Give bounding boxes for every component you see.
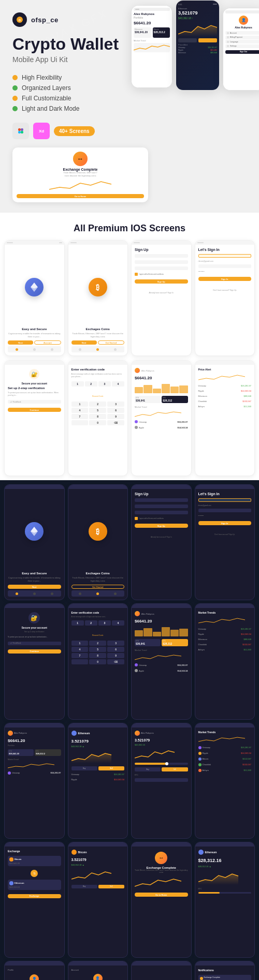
dark-eth-detail-chart (198, 870, 252, 885)
dark-screen-secure: 🔐 Secure your account Set up 2-step veri… (5, 608, 64, 719)
tab-bar-2 (71, 346, 125, 352)
dark-pass-hint: •••••••••• (198, 515, 252, 517)
dark-screen-verify: Enter verification code A text message w… (68, 608, 128, 719)
screen-status-bar (5, 241, 64, 245)
dark-go-home-btn[interactable]: Go to Home (135, 893, 188, 897)
terms-label: I agree with all terms and conditions (139, 273, 188, 275)
screen-content-market: Price Alert Uniswap $16,281.97 Ripple $1… (195, 365, 255, 476)
dark-row-3: Alex Rubynos $6641.20 Portfolio ETH $36,… (4, 723, 255, 839)
screen-easy-secure-dark: Easy and Secure Cryptocurrency enable th… (4, 484, 65, 600)
signup-btn[interactable]: Sign Up (135, 279, 188, 284)
btc-coin: ₿ (71, 248, 125, 326)
screen-signup-dark: Sign Up I agree with all terms and condi… (131, 484, 192, 600)
trend-chart (135, 410, 188, 419)
dark-notifications: Notifications Exchange Complete 2 hours … (195, 966, 255, 980)
dark-eth-screen: Ethereum 3.521079 $43,362.18 ▲ (68, 727, 128, 838)
dark-status-16 (195, 842, 255, 847)
dark-terms: I agree with all terms and conditions (139, 517, 188, 519)
welcome-label: Alex Rubynos (141, 369, 154, 372)
light-screens-grid-row1: Easy and Secure Cryptocurrency enable th… (0, 240, 259, 360)
dark-main-balance: $6641.20 (8, 738, 61, 743)
xd-badge: Xd (33, 123, 50, 139)
tab-bar (8, 346, 61, 352)
uniswap-price: Uniswap $16,281.97 (198, 384, 252, 387)
exchange-complete-card: ↔ Exchange Complete Trade Bitcoin, Ether… (12, 147, 148, 202)
tool-badges: Xd 40+ Screens (12, 123, 247, 139)
screen-content-signup: Sign Up I agree with all terms and condi… (132, 245, 191, 355)
checkbox[interactable] (135, 273, 138, 276)
dark-trend-chart (135, 654, 188, 662)
dark-exchange-icon: ↔ (155, 852, 167, 864)
eth-coin (8, 248, 61, 326)
dark-from-coin: Bitcoin $16,641.20 (8, 856, 61, 866)
eth-price-chart (198, 374, 252, 382)
dark-exchange-btn[interactable]: Exchange (8, 894, 61, 898)
account-btn[interactable]: Account (34, 340, 61, 345)
dark-checkbox[interactable] (135, 517, 138, 520)
status-bar-7 (132, 361, 191, 365)
dark-next-btn[interactable]: Next (8, 585, 61, 589)
dark-pass-field[interactable] (135, 511, 188, 514)
getstarted-btn[interactable]: Get Started (98, 340, 124, 345)
verify-title: Enter verification code (71, 368, 125, 371)
verify-continue-btn[interactable]: Continue (8, 408, 61, 412)
dark-row-2: 🔐 Secure your account Set up 2-step veri… (4, 603, 255, 719)
dark-status-14 (68, 842, 128, 847)
signin-btn[interactable]: Sign In (198, 277, 252, 281)
dark-status-15 (132, 842, 191, 847)
dark-slider[interactable] (135, 763, 188, 765)
screen-exchanges-coins-light: ₿ Exchages Coins Trade Bitcoin, Ethereum… (68, 240, 128, 356)
dark-achym-price: Achym $11,340 (198, 648, 252, 651)
eth-price-row: Ethereum $89,648 (198, 395, 252, 397)
resend-code[interactable]: Resend Code (92, 395, 103, 397)
dark-row-4: Exchange Bitcoin $16,641.20 ⇅ Ethereum $… (4, 842, 255, 958)
dark-eth-chart (71, 750, 125, 763)
swap-icon[interactable]: ⇅ (31, 870, 38, 877)
screen-signin-dark: Let's Sign In rfernin@gmail.com ••••••••… (195, 484, 255, 600)
phone-mockup-1: Alex Rubynos Portfolio $6641.20 Ethereum… (131, 5, 172, 88)
market-trend-label: Market Trend (135, 406, 188, 408)
dark-status-9 (5, 723, 64, 727)
dark-desc-2: Trade Bitcoin, Ethereum, DEFI and 7 more… (71, 576, 125, 582)
screen-status-bar-3 (132, 241, 191, 245)
dark-name-field[interactable] (135, 498, 188, 502)
dark-signin-password[interactable] (198, 509, 252, 512)
next-btn-2[interactable]: Next (71, 340, 97, 345)
dark-status-20 (195, 961, 255, 966)
dark-signup-btn[interactable]: Sign Up (135, 524, 188, 528)
dark-eth-detail: Ethereum $28,312.16 $28,312.16 ▲ (195, 847, 255, 957)
btc-dark: ₿ (71, 492, 125, 570)
dark-status-8 (195, 604, 255, 608)
feature-dot-4 (12, 106, 18, 111)
dark-resend[interactable]: Resend Code (92, 634, 103, 636)
dark-phone-input[interactable]: +1 ThinkBank (8, 642, 61, 645)
dark-btc-header: Bitcoin (71, 850, 125, 855)
svg-marker-11 (71, 753, 111, 763)
numpad: 1 2 3 4 5 6 7 8 9 0 ⌫ (71, 402, 125, 425)
dark-signin-email[interactable] (198, 498, 252, 502)
screen-title: Easy and Secure (8, 328, 61, 331)
dark-empty-screen: Loading... (132, 966, 191, 980)
already-account: Already have account? Sign In (149, 292, 174, 294)
signin-email[interactable] (198, 254, 252, 258)
dark-btc-price: $43,362.18 ▲ (71, 745, 125, 748)
screen-status-bar-4 (195, 241, 255, 245)
dark-verify-btn[interactable]: Continue (8, 649, 61, 654)
dark-email-hint: rfernin@gmail.com (198, 504, 252, 507)
password-field[interactable] (135, 266, 188, 270)
dark-secure-label: Secure your account (8, 626, 61, 629)
user-avatar (135, 368, 140, 373)
email-field[interactable] (135, 260, 188, 264)
dark-signin-btn[interactable]: Sign In (198, 521, 252, 525)
dark-username: Alex Rubynos (141, 613, 154, 615)
next-btn[interactable]: Next (8, 340, 33, 345)
dark-status-19 (132, 961, 191, 966)
phone-input[interactable]: +1 ThinkBank (8, 400, 61, 404)
2step-desc: To protect your account, set up two-fact… (8, 392, 61, 397)
screen-empty-dark: Loading... (131, 961, 192, 980)
signin-password[interactable] (198, 264, 252, 268)
dark-getstarted-btn[interactable]: Get Started (71, 585, 125, 589)
2step-title: Set up 2-step verification (8, 387, 61, 390)
dark-email-field[interactable] (135, 504, 188, 508)
fullname-field[interactable] (135, 254, 188, 258)
